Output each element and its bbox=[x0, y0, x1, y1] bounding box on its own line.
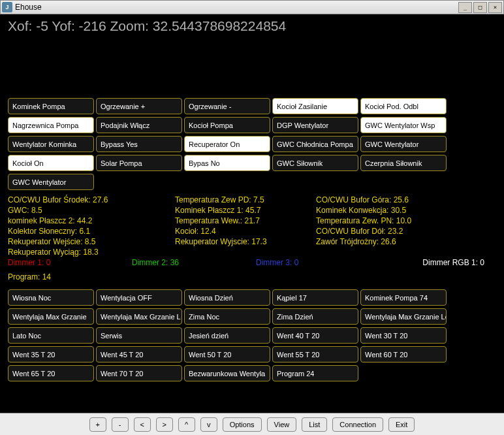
program-button[interactable]: Program 24 bbox=[272, 365, 358, 381]
window-title: Ehouse bbox=[15, 3, 457, 12]
control-button[interactable]: Kocioł Zasilanie bbox=[272, 98, 358, 114]
program-button[interactable]: Went 60 T 20 bbox=[360, 346, 447, 362]
program-button[interactable]: Wentylaja Max Grzanie L bbox=[96, 308, 182, 325]
app-icon: J bbox=[2, 2, 12, 12]
reading-line: Rekuperator Wejście: 8.5 bbox=[8, 237, 171, 246]
control-button[interactable]: Solar Pompa bbox=[96, 155, 182, 171]
program-button[interactable]: Went 50 T 20 bbox=[184, 346, 270, 362]
pan-right-button[interactable]: > bbox=[156, 417, 173, 432]
window-titlebar: J Ehouse _ □ × bbox=[0, 0, 504, 14]
list-button[interactable]: List bbox=[302, 417, 327, 432]
control-button[interactable]: Kocioł Pod. Odbl bbox=[360, 98, 447, 114]
control-button[interactable]: GWC Wentylator Wsp bbox=[360, 117, 447, 133]
viewport: Xof: -5 Yof: -216 Zoom: 32.5443786982248… bbox=[0, 14, 504, 413]
control-button[interactable]: Recuperator On bbox=[184, 136, 270, 152]
control-button[interactable]: GWC Chłodnica Pompa bbox=[272, 136, 358, 152]
reading-line: CO/CWU Bufor Dół: 23.2 bbox=[316, 227, 473, 236]
program-button[interactable]: Went 40 T 20 bbox=[272, 327, 358, 344]
program-button[interactable]: Went 30 T 20 bbox=[360, 327, 447, 344]
pan-down-button[interactable]: v bbox=[200, 417, 217, 432]
control-button[interactable]: DGP Wentylator bbox=[272, 117, 358, 133]
program-button[interactable]: Zima Noc bbox=[184, 308, 270, 325]
control-button[interactable]: Czerpnia Siłownik bbox=[360, 155, 447, 171]
view-button[interactable]: View bbox=[267, 417, 297, 432]
program-button[interactable]: Wentylaja Max Grzanie bbox=[8, 308, 94, 325]
control-button[interactable]: Ogrzewanie + bbox=[96, 98, 182, 114]
reading-line: CO/CWU Bufor Góra: 25.6 bbox=[316, 195, 473, 204]
program-button[interactable]: Went 45 T 20 bbox=[96, 346, 182, 362]
dimmer-2: Dimmer 2: 36 bbox=[132, 258, 256, 267]
control-button[interactable]: Bypas No bbox=[184, 155, 270, 171]
program-button[interactable]: Wiosna Dzień bbox=[184, 289, 270, 306]
program-button[interactable]: Kąpiel 17 bbox=[272, 289, 358, 306]
reading-line: Temperatura Zew PD: 7.5 bbox=[175, 195, 312, 204]
reading-line: Zawór Trójdrożny: 26.6 bbox=[316, 237, 473, 246]
exit-button[interactable]: Exit bbox=[388, 417, 415, 432]
control-button[interactable]: Kominek Pompa bbox=[8, 98, 94, 114]
pan-left-button[interactable]: < bbox=[134, 417, 151, 432]
maximize-button[interactable]: □ bbox=[473, 2, 487, 13]
readings: CO/CWU Bufor Środek: 27.6GWC: 8.5kominek… bbox=[8, 195, 496, 257]
control-button[interactable]: Nagrzewnica Pompa bbox=[8, 117, 94, 133]
program-button[interactable]: Went 65 T 20 bbox=[8, 365, 94, 381]
close-button[interactable]: × bbox=[488, 2, 502, 13]
reading-line: GWC: 8.5 bbox=[8, 206, 171, 215]
control-button[interactable]: Kocioł On bbox=[8, 155, 94, 171]
reading-line: Kominek Płaszcz 1: 45.7 bbox=[175, 206, 312, 215]
reading-line: Kocioł: 12.4 bbox=[175, 227, 312, 236]
program-button[interactable]: Wiosna Noc bbox=[8, 289, 94, 306]
control-button[interactable]: Podajnik Włącz bbox=[96, 117, 182, 133]
program-button[interactable]: Lato Noc bbox=[8, 327, 94, 344]
control-button[interactable]: Ogrzewanie - bbox=[184, 98, 270, 114]
dimmer-3: Dimmer 3: 0 bbox=[256, 258, 380, 267]
dimmer-rgb-1: Dimmer RGB 1: 0 bbox=[380, 258, 484, 267]
control-button[interactable]: Bypass Yes bbox=[96, 136, 182, 152]
program-button[interactable]: Went 35 T 20 bbox=[8, 346, 94, 362]
reading-line: Temperatura Wew.: 21.7 bbox=[175, 216, 312, 225]
dimmer-1: Dimmer 1: 0 bbox=[8, 258, 132, 267]
minimize-button[interactable]: _ bbox=[458, 2, 472, 13]
zoom-out-button[interactable]: - bbox=[112, 417, 129, 432]
reading-line: Rekuperator Wyjscie: 17.3 bbox=[175, 237, 312, 246]
control-button[interactable]: GWC Wentylator bbox=[360, 136, 447, 152]
program-button[interactable]: Bezwarunkowa Wentyla bbox=[184, 365, 270, 381]
program-button[interactable]: Serwis bbox=[96, 327, 182, 344]
program-button[interactable]: Kominek Pompa 74 bbox=[360, 289, 447, 306]
pan-up-button[interactable]: ^ bbox=[178, 417, 195, 432]
control-button[interactable]: Wentylator Kominka bbox=[8, 136, 94, 152]
programs-grid: Wiosna NocWentylacja OFFWiosna DzieńKąpi… bbox=[8, 289, 496, 381]
program-button[interactable]: Wentylacja OFF bbox=[96, 289, 182, 306]
reading-line: kominek Płaszcz 2: 44.2 bbox=[8, 216, 171, 225]
reading-line: CO/CWU Bufor Środek: 27.6 bbox=[8, 195, 171, 204]
bottom-toolbar: + - < > ^ v Options View List Connection… bbox=[0, 413, 504, 435]
control-button[interactable]: GWC Wentylator bbox=[8, 174, 94, 190]
reading-line: Kolektor Słoneczny: 6.1 bbox=[8, 227, 171, 236]
zoom-in-button[interactable]: + bbox=[89, 417, 106, 432]
dimmers-row: Dimmer 1: 0 Dimmer 2: 36 Dimmer 3: 0 Dim… bbox=[8, 258, 496, 267]
coordinates-label: Xof: -5 Yof: -216 Zoom: 32.5443786982248… bbox=[8, 18, 496, 34]
controls-grid: Kominek PompaOgrzewanie +Ogrzewanie -Koc… bbox=[8, 98, 496, 190]
program-button[interactable]: Went 70 T 20 bbox=[96, 365, 182, 381]
control-button[interactable]: GWC Siłownik bbox=[272, 155, 358, 171]
connection-button[interactable]: Connection bbox=[332, 417, 383, 432]
program-button[interactable]: Wentylaja Max Grzanie Level 2 bbox=[360, 308, 447, 325]
program-label: Program: 14 bbox=[8, 272, 496, 282]
program-button[interactable]: Zima Dzień bbox=[272, 308, 358, 325]
options-button[interactable]: Options bbox=[223, 417, 262, 432]
reading-line: Kominek Konwekcja: 30.5 bbox=[316, 206, 473, 215]
control-button[interactable]: Kocioł Pompa bbox=[184, 117, 270, 133]
program-button[interactable]: Went 55 T 20 bbox=[272, 346, 358, 362]
reading-line: Rekuperator Wyciąg: 18.3 bbox=[8, 248, 171, 257]
program-button[interactable]: Jesień dzień bbox=[184, 327, 270, 344]
reading-line: Temperatura Zew. PN: 10.0 bbox=[316, 216, 473, 225]
